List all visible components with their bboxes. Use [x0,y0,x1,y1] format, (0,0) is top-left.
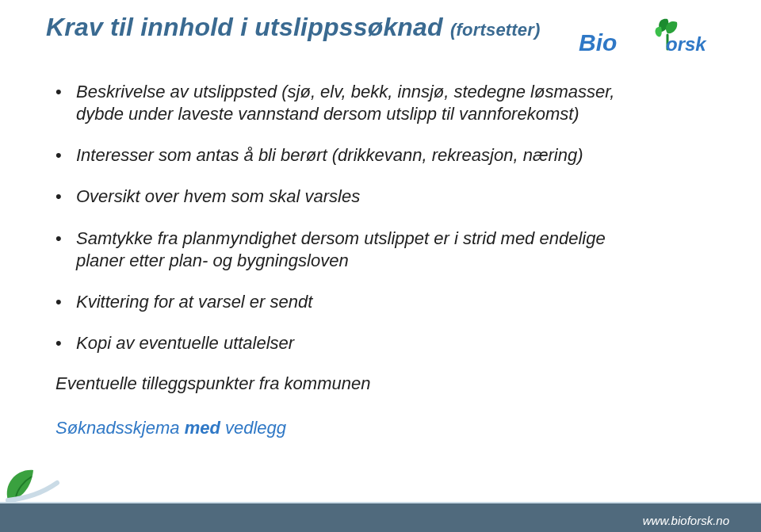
page-title: Krav til innhold i utslippssøknad (forts… [46,13,541,42]
logo-text-bio: Bio [579,29,617,55]
list-item: Oversikt over hvem som skal varsles [55,186,626,208]
bullet-text: Samtykke fra planmyndighet dersom utslip… [76,228,606,270]
extra-line: Eventuelle tilleggspunkter fra kommunen [55,373,626,394]
attachment-link[interactable]: Søknadsskjema med vedlegg [55,418,626,438]
title-main: Krav til innhold i utslippssøknad [46,13,443,41]
link-prefix: Søknadsskjema [55,418,185,438]
bullet-text: Kopi av eventuelle uttalelser [76,333,294,353]
bullet-text: Kvittering for at varsel er sendt [76,292,312,312]
footer-leaf-icon [0,453,63,508]
bullet-text: Interesser som antas å bli berørt (drikk… [76,145,583,165]
link-suffix: vedlegg [220,418,286,438]
bioforsk-logo: Bio orsk [579,14,713,60]
link-bold: med [185,418,220,438]
footer-url[interactable]: www.bioforsk.no [643,514,729,527]
slide: Krav til innhold i utslippssøknad (forts… [0,0,761,532]
list-item: Interesser som antas å bli berørt (drikk… [55,144,626,166]
logo-svg: Bio orsk [579,14,713,60]
list-item: Beskrivelse av utslippsted (sjø, elv, be… [55,81,626,125]
footer: www.bioforsk.no [0,503,761,532]
list-item: Kvittering for at varsel er sendt [55,291,626,313]
list-item: Samtykke fra planmyndighet dersom utslip… [55,228,626,272]
bullet-list: Beskrivelse av utslippsted (sjø, elv, be… [55,81,626,354]
bullet-text: Oversikt over hvem som skal varsles [76,186,360,206]
content-area: Beskrivelse av utslippsted (sjø, elv, be… [55,81,626,438]
title-suffix: (fortsetter) [450,20,541,40]
bullet-text: Beskrivelse av utslippsted (sjø, elv, be… [76,82,614,124]
list-item: Kopi av eventuelle uttalelser [55,332,626,354]
logo-text-orsk: orsk [666,33,707,55]
